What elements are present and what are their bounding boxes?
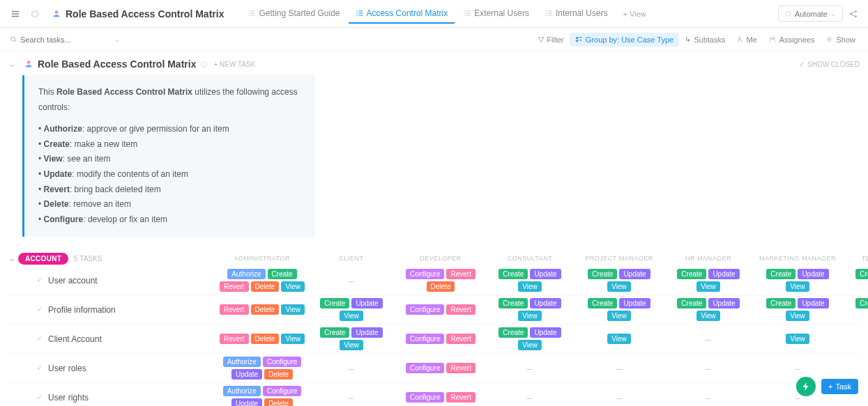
permission-tag-update[interactable]: Update	[708, 269, 739, 279]
permission-cell[interactable]: –	[307, 274, 396, 288]
share-button[interactable]	[846, 6, 861, 22]
task-row[interactable]: ✓Profile informationRevertDeleteViewCrea…	[8, 295, 860, 325]
permission-cell[interactable]: ConfigureRevert	[396, 332, 485, 345]
permission-cell[interactable]: CreateUpdateView	[485, 326, 574, 352]
permission-tag-view[interactable]: View	[786, 334, 809, 344]
tab-external-users[interactable]: External Users	[456, 4, 536, 24]
column-header[interactable]: CONSULTANT	[485, 251, 574, 266]
permission-tag-view[interactable]: View	[696, 281, 720, 292]
permission-tag-configure[interactable]: Configure	[406, 392, 444, 403]
permission-tag-create[interactable]: Create	[677, 269, 706, 279]
permission-cell[interactable]: –	[574, 391, 664, 405]
permission-cell[interactable]: CreateUpdateView	[753, 267, 842, 293]
permission-tag-delete[interactable]: Delete	[251, 281, 280, 292]
column-header[interactable]: DEVELOPER	[396, 251, 485, 266]
permission-cell[interactable]: –	[574, 361, 664, 375]
info-icon[interactable]	[200, 61, 208, 68]
permission-tag-revert[interactable]: Revert	[220, 281, 248, 292]
permission-tag-update[interactable]: Update	[708, 298, 739, 309]
permission-cell[interactable]: CreateUpdateView	[574, 297, 664, 322]
permission-tag-view[interactable]: View	[607, 281, 631, 292]
permission-cell[interactable]: ConfigureRevert	[396, 391, 485, 404]
permission-cell[interactable]: –	[753, 361, 842, 375]
permission-tag-configure[interactable]: Configure	[406, 334, 444, 344]
status-icon[interactable]: ✓	[36, 305, 43, 314]
permission-tag-delete[interactable]: Delete	[251, 334, 280, 344]
permission-tag-authorize[interactable]: Authorize	[223, 357, 261, 367]
permission-cell[interactable]: –	[664, 391, 753, 405]
permission-tag-view[interactable]: View	[281, 304, 305, 315]
permission-tag-view[interactable]: View	[281, 334, 305, 344]
show-button[interactable]: Show	[820, 33, 861, 47]
permission-tag-create[interactable]: Create	[268, 269, 297, 279]
permission-tag-create[interactable]: Create	[320, 327, 349, 338]
permission-tag-view[interactable]: View	[340, 340, 363, 350]
task-row[interactable]: ✓User accountAuthorizeCreateRevertDelete…	[8, 266, 860, 295]
task-row[interactable]: ✓User rightsAuthorizeConfigureUpdateDele…	[8, 383, 860, 406]
permission-cell[interactable]: –	[664, 361, 753, 375]
automate-button[interactable]: Automate ⌄	[778, 6, 843, 22]
permission-tag-delete[interactable]: Delete	[264, 369, 293, 380]
permission-cell[interactable]: CreateUpdateView	[753, 297, 842, 322]
permission-tag-view[interactable]: View	[607, 311, 631, 321]
permission-tag-revert[interactable]: Revert	[446, 334, 475, 344]
group-collapse-toggle[interactable]: ⌄	[8, 253, 18, 263]
permission-tag-update[interactable]: Update	[351, 327, 382, 338]
permission-cell[interactable]: CreateUpdateView	[485, 267, 574, 293]
permission-tag-create[interactable]: Create	[588, 298, 617, 309]
permission-cell[interactable]: –	[307, 391, 396, 405]
collapse-toggle[interactable]: ⌄	[8, 59, 18, 69]
column-header[interactable]: ADMINISTRATOR	[218, 251, 307, 266]
search-input[interactable]	[20, 36, 76, 44]
permission-tag-update[interactable]: Update	[530, 269, 561, 279]
subtasks-button[interactable]: ↳Subtasks	[679, 32, 731, 47]
permission-tag-view[interactable]: View	[518, 311, 542, 321]
permission-cell[interactable]: ConfigureRevert	[396, 303, 485, 316]
permission-tag-create[interactable]: Create	[766, 269, 795, 279]
quick-action-fab[interactable]	[796, 377, 816, 396]
permission-tag-configure[interactable]: Configure	[263, 386, 301, 396]
permission-tag-update[interactable]: Update	[619, 298, 650, 309]
tab-getting-started-guide[interactable]: Getting Started Guide	[241, 4, 347, 24]
group-badge[interactable]: ACCOUNT	[18, 253, 68, 265]
status-icon[interactable]: ✓	[36, 276, 43, 285]
permission-cell[interactable]: CreateUpdateView	[842, 267, 868, 293]
permission-cell[interactable]: –	[485, 361, 574, 375]
permission-tag-delete[interactable]: Delete	[427, 281, 455, 292]
show-closed-button[interactable]: ✓SHOW CLOSED	[799, 61, 860, 68]
status-icon[interactable]: ✓	[36, 334, 43, 343]
permission-tag-revert[interactable]: Revert	[220, 334, 248, 344]
permission-cell[interactable]: –	[307, 361, 396, 375]
permission-tag-view[interactable]: View	[786, 281, 809, 292]
permission-tag-create[interactable]: Create	[855, 298, 868, 309]
column-header[interactable]: TEAM MEMBER	[842, 251, 868, 266]
permission-cell[interactable]: –	[485, 391, 574, 405]
permission-tag-update[interactable]: Update	[231, 398, 262, 406]
permission-cell[interactable]: RevertDeleteView	[218, 303, 307, 316]
filter-button[interactable]: ▽Filter	[533, 32, 569, 47]
permission-cell[interactable]: ConfigureRevertDelete	[396, 267, 485, 293]
permission-tag-revert[interactable]: Revert	[446, 363, 475, 373]
permission-tag-revert[interactable]: Revert	[446, 269, 475, 279]
permission-cell[interactable]: View	[574, 332, 664, 345]
me-button[interactable]: Me	[731, 33, 762, 47]
permission-tag-authorize[interactable]: Authorize	[223, 386, 261, 396]
task-row[interactable]: ✓Client AccountRevertDeleteViewCreateUpd…	[8, 325, 860, 354]
menu-icon[interactable]	[7, 6, 24, 22]
permission-cell[interactable]: AuthorizeConfigureUpdateDelete	[218, 355, 307, 381]
permission-cell[interactable]: View	[753, 332, 842, 345]
permission-tag-create[interactable]: Create	[588, 269, 617, 279]
permission-tag-update[interactable]: Update	[231, 369, 262, 380]
permission-tag-update[interactable]: Update	[619, 269, 650, 279]
permission-cell[interactable]: –	[842, 361, 868, 375]
task-row[interactable]: ✓User rolesAuthorizeConfigureUpdateDelet…	[8, 354, 860, 383]
permission-tag-update[interactable]: Update	[798, 269, 828, 279]
chevron-down-icon[interactable]: ⌄	[114, 35, 120, 44]
permission-tag-view[interactable]: View	[786, 311, 809, 321]
permission-tag-authorize[interactable]: Authorize	[227, 269, 265, 279]
column-header[interactable]: MARKETING MANAGER	[753, 251, 842, 266]
column-header[interactable]: PROJECT MANAGER	[574, 251, 664, 266]
permission-tag-view[interactable]: View	[281, 281, 305, 292]
permission-tag-create[interactable]: Create	[498, 269, 528, 279]
permission-cell[interactable]: CreateUpdateView	[307, 326, 396, 352]
